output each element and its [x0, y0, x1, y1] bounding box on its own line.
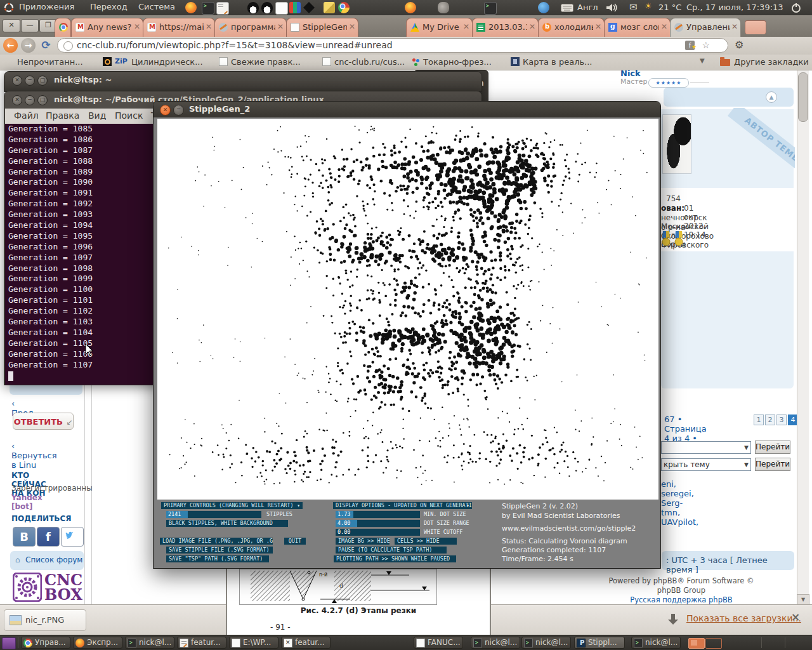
reply-button[interactable]: ОТВЕТИТЬ ↙	[13, 413, 74, 430]
show-desktop-button[interactable]	[2, 637, 16, 649]
menu-system[interactable]: Система	[138, 2, 175, 11]
taskbar-item-8[interactable]: nick@l...	[521, 637, 571, 649]
tab-close-icon[interactable]: ✕	[134, 22, 140, 31]
workspace-1-active[interactable]	[688, 638, 705, 649]
go-button[interactable]: Перейти	[755, 458, 790, 471]
page-1-button[interactable]: 1	[754, 415, 764, 425]
vk-share-button[interactable]: B	[13, 527, 36, 547]
taskbar-item-10[interactable]: nick@l...	[631, 637, 681, 649]
tab-audio[interactable]	[55, 18, 71, 37]
stipples-slider[interactable]: 2141	[166, 511, 261, 518]
dot-size-range-slider[interactable]: 4.00	[336, 520, 420, 527]
display-options-header[interactable]: DISPLAY OPTIONS - UPDATED ON NEXT GENERA…	[333, 502, 472, 509]
close-shelf-icon[interactable]: ×	[791, 611, 800, 623]
tux-icon[interactable]	[261, 2, 273, 13]
users-online-links[interactable]: eni, seregei, Serg-tmn, UAVpilot,	[661, 479, 698, 527]
cnc-box-logo[interactable]: CNC BOX	[13, 573, 84, 604]
taskbar-item-9-active[interactable]: Stippl...	[574, 637, 625, 649]
temperature-indicator[interactable]: 21 °C	[658, 3, 681, 12]
window-minimize-button[interactable]: —	[21, 19, 39, 32]
menu-edit[interactable]: Правка	[46, 110, 79, 121]
tab-1[interactable]: Any news? - ✕	[71, 18, 143, 37]
go-button[interactable]: Перейти	[755, 441, 790, 454]
min-dot-size-slider[interactable]: 1.73	[336, 511, 420, 518]
gedit-launcher-icon[interactable]	[216, 2, 229, 15]
volume-icon[interactable]	[606, 3, 620, 13]
writer-launcher-icon[interactable]	[275, 2, 288, 15]
address-bar[interactable]: cnc-club.ru/forum/viewtopic.php?f=15&t=3…	[57, 38, 728, 53]
save-stipple-button[interactable]: SAVE STIPPLE FILE (.SVG FORMAT)	[166, 547, 273, 554]
thunderbird-tray-icon[interactable]	[538, 2, 549, 13]
scrollbar-thumb[interactable]	[798, 72, 808, 122]
load-image-button[interactable]: LOAD IMAGE FILE (.PNG, .JPG, OR .GIF)	[160, 538, 273, 545]
menu-places[interactable]: Переход	[90, 2, 128, 11]
ruler-launcher-icon[interactable]	[324, 2, 335, 13]
taskbar-item-7[interactable]: nick@l...	[471, 637, 520, 649]
terminal-window-1[interactable]: ✕ ─ ▢ nick@ltsp: ~	[4, 71, 482, 92]
downloaded-file-button[interactable]: nic_r.PNG	[4, 609, 86, 631]
pause-button[interactable]: PAUSE (TO CALCULATE TSP PATH)	[336, 547, 447, 554]
tab-close-icon[interactable]: ✕	[661, 22, 667, 31]
other-bookmarks-button[interactable]: Другие закладки	[734, 57, 809, 67]
tab-7[interactable]: холодиль ник ✕	[538, 18, 605, 37]
tux-icon[interactable]	[247, 2, 259, 13]
close-icon[interactable]: ✕	[12, 76, 22, 86]
clock[interactable]: Ср., 17 июля, 17:39:13	[686, 3, 783, 12]
bookmark-item[interactable]: Карта в реаль...	[523, 57, 593, 67]
tab-close-icon[interactable]: ✕	[731, 22, 738, 31]
back-button[interactable]: ←	[3, 38, 18, 53]
ubuntu-logo-icon[interactable]	[4, 3, 14, 13]
taskbar-item-2[interactable]: nick@l...	[125, 637, 174, 649]
taskbar-item-1[interactable]: Экспр...	[73, 637, 122, 649]
wrench-menu-icon[interactable]: ⚙	[735, 39, 743, 51]
tab-2[interactable]: https://mail.g ✕	[143, 18, 215, 37]
bookmark-star-icon[interactable]: ☆	[702, 39, 710, 52]
inkscape-launcher-icon[interactable]	[303, 2, 315, 13]
terminal-tray-icon[interactable]	[484, 2, 497, 15]
primary-controls-header[interactable]: PRIMARY CONTROLS (CHANGING WILL RESTART)	[161, 502, 303, 509]
menu-view[interactable]: Вид	[88, 110, 106, 121]
maximize-icon[interactable]: ▢	[37, 76, 48, 86]
weather-icon[interactable]: ☀	[645, 1, 652, 11]
show-all-downloads-link[interactable]: Показать все загрузки...	[686, 613, 801, 623]
bookmark-item[interactable]: cnc-club.ru/cus...	[334, 57, 405, 67]
workspace-2[interactable]	[705, 638, 722, 649]
back-to-forum-link[interactable]: ‹ Вернуться в Linu	[11, 441, 57, 470]
topic-action-select[interactable]: крыть тему▼	[661, 458, 751, 471]
bookmarks-overflow-chevron[interactable]: ▼	[700, 57, 705, 64]
quit-button[interactable]: QUIT	[284, 538, 306, 545]
page-2-button[interactable]: 2	[765, 415, 775, 425]
forward-button[interactable]: →	[21, 38, 36, 53]
menu-file[interactable]: Файл	[14, 110, 39, 121]
terminal-launcher-icon[interactable]	[202, 2, 214, 15]
tab-9-active[interactable]: Управление ✕	[670, 18, 741, 37]
keyboard-layout-icon[interactable]	[561, 4, 573, 12]
window-close-button[interactable]: ✕	[3, 19, 20, 32]
taskbar-item-5[interactable]: featur...	[281, 637, 331, 649]
save-tsp-button[interactable]: SAVE "TSP" PATH (.SVG FORMAT)	[166, 555, 269, 562]
gimp-launcher-icon[interactable]	[438, 2, 449, 13]
jump-select[interactable]: ▼	[661, 441, 751, 454]
bookmark-item[interactable]: Цилиндрическ...	[131, 57, 203, 67]
tab-close-icon[interactable]: ✕	[529, 22, 535, 31]
firefox-launcher-icon[interactable]	[185, 2, 197, 13]
minimize-icon[interactable]: ─	[173, 105, 184, 116]
taskbar-item-4[interactable]: E:\WP...	[229, 637, 278, 649]
new-tab-button[interactable]	[745, 20, 766, 34]
flash-blocked-icon[interactable]: f★	[685, 41, 695, 50]
orange-app-icon[interactable]	[405, 2, 416, 13]
twitter-share-button[interactable]	[61, 527, 84, 547]
menu-applications[interactable]: Приложения	[19, 2, 74, 11]
tab-6[interactable]: 2013.03.11 - ✕	[472, 18, 539, 37]
tab-close-icon[interactable]: ✕	[206, 22, 212, 31]
taskbar-item-3[interactable]: featur...	[177, 637, 226, 649]
tab-close-icon[interactable]: ✕	[277, 22, 284, 31]
power-icon[interactable]	[791, 3, 801, 13]
stipplegen-titlebar[interactable]: ✕ ─ StippleGen_2	[154, 102, 660, 117]
facebook-share-button[interactable]: f	[37, 527, 60, 547]
chart-launcher-icon[interactable]	[289, 2, 301, 13]
tab-close-icon[interactable]: ✕	[349, 22, 355, 31]
minimize-icon[interactable]: ─	[25, 95, 35, 105]
tab-5[interactable]: My Drive - G ✕	[406, 18, 473, 37]
maximize-icon[interactable]: ▢	[37, 95, 48, 105]
